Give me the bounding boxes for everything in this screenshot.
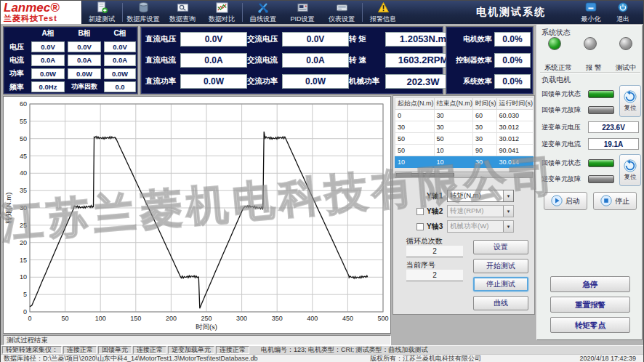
start-test-button[interactable]: 开始测试 bbox=[473, 259, 528, 273]
scrollbar-thumb[interactable] bbox=[396, 173, 454, 177]
inverter-voltage-value: 223.6V bbox=[588, 121, 639, 133]
test-status-strip: 测试过程结束 bbox=[3, 335, 391, 345]
stop-test-button[interactable]: 停止测试 bbox=[473, 277, 528, 291]
steps-table-row[interactable]: 50109090.041 bbox=[395, 145, 534, 156]
axis-combo[interactable]: 转速(RPM)▼ bbox=[447, 205, 514, 217]
axis-selector-row: Y轴3机械功率(W)▼ bbox=[399, 220, 531, 233]
steps-col-header[interactable]: 时间(s) bbox=[473, 98, 497, 110]
axis-checkbox[interactable] bbox=[416, 208, 424, 215]
steps-cell: 30.014 bbox=[496, 156, 534, 168]
toolbar-new-test[interactable]: 新建测试 bbox=[82, 1, 121, 24]
reset-button-2[interactable]: 复位 bbox=[619, 154, 641, 186]
efficiency-value: 0.0% bbox=[494, 74, 531, 89]
steps-table-row[interactable]: 30303030.012 bbox=[395, 121, 534, 133]
steps-table-hscrollbar[interactable] bbox=[395, 172, 533, 178]
stop-icon bbox=[600, 195, 612, 208]
start-button[interactable]: 启动 bbox=[544, 192, 587, 210]
steps-cell: 30 bbox=[434, 110, 473, 121]
svg-text:200: 200 bbox=[166, 315, 177, 322]
y-axis-label: 转矩(N.m) bbox=[4, 193, 12, 224]
steps-table-row[interactable]: 50503030.012 bbox=[395, 133, 534, 145]
measure-label: 机械功率 bbox=[349, 76, 385, 87]
steps-col-header[interactable]: 起始点(N.m) bbox=[395, 98, 435, 110]
status-segment: 转矩转速采集仪： bbox=[2, 346, 62, 354]
axis-combo[interactable]: 机械功率(W)▼ bbox=[447, 220, 514, 233]
toolbar-db-settings[interactable]: 数据库设置 bbox=[124, 1, 163, 24]
test-steps-table[interactable]: 起始点(N.m)结束点(N.m)时间(s)运行时间(s) 0306060.030… bbox=[395, 97, 534, 168]
chevron-down-icon[interactable]: ▼ bbox=[503, 190, 513, 201]
chevron-down-icon[interactable]: ▼ bbox=[503, 221, 513, 232]
steps-cell: 90 bbox=[473, 145, 497, 156]
cycle-total-label: 循环总次数 bbox=[406, 236, 443, 246]
set-button[interactable]: 设置 bbox=[473, 240, 528, 254]
toolbar-meter-settings[interactable]: 仪表设置 bbox=[322, 1, 361, 24]
cycle-total-value[interactable]: 2 bbox=[406, 246, 463, 257]
axis-selector-row: Y轴2转速(RPM)▼ bbox=[399, 204, 531, 218]
power-row-label: 功率 bbox=[4, 67, 30, 80]
status-led-1 bbox=[584, 37, 597, 50]
axis-combo[interactable]: 转矩(N.m)▼ bbox=[447, 190, 514, 202]
warning-icon bbox=[377, 1, 390, 14]
toolbar-data-query[interactable]: 数据查询 bbox=[163, 1, 202, 24]
steps-table-row[interactable]: 10103030.014 bbox=[395, 156, 534, 168]
axis-combo-value: 机械功率(W) bbox=[450, 222, 488, 231]
mech-row: 转 矩1.2053N.m bbox=[349, 30, 461, 48]
steps-cell: 30.012 bbox=[496, 121, 534, 133]
curve-button[interactable]: 曲线 bbox=[473, 296, 528, 310]
power-factor-value: 0.0 bbox=[104, 81, 136, 92]
steps-cell: 30.012 bbox=[496, 133, 534, 145]
svg-text:250: 250 bbox=[201, 315, 212, 322]
svg-text:60: 60 bbox=[20, 100, 27, 108]
phase-corner bbox=[4, 27, 30, 40]
svg-text:35: 35 bbox=[20, 187, 27, 194]
torque-zero-button[interactable]: 转矩零点 bbox=[550, 317, 630, 333]
toolbar-separator bbox=[122, 3, 123, 22]
frequency-value: 0.0Hz bbox=[31, 81, 65, 92]
current-index-value[interactable]: 2 bbox=[406, 270, 463, 281]
reset-button-label: 复位 bbox=[624, 104, 637, 113]
play-icon bbox=[551, 195, 563, 208]
ac-group: 交流电压0.0V交流电流0.0A交流功率0.0W bbox=[247, 30, 349, 91]
steps-cell: 60 bbox=[473, 110, 497, 121]
exit-button[interactable]: 退出 bbox=[607, 1, 639, 24]
efficiency-value: 0.0% bbox=[494, 32, 531, 47]
power-c-value: 0.0W bbox=[104, 68, 136, 79]
steps-col-header[interactable]: 运行时间(s) bbox=[496, 98, 534, 110]
lanmec-logo: Lanmec® 兰菱科技Test bbox=[1, 1, 82, 24]
toolbar-alarm-info[interactable]: 报警信息 bbox=[363, 1, 403, 24]
steps-table-row[interactable]: 0306060.030 bbox=[395, 110, 534, 121]
minimize-button[interactable]: 最小化 bbox=[575, 1, 607, 24]
axis-checkbox[interactable] bbox=[416, 223, 424, 230]
axis-label: Y轴1 bbox=[427, 191, 447, 201]
reset-alarm-button[interactable]: 重置报警 bbox=[550, 297, 630, 313]
axis-combo-value: 转矩(N.m) bbox=[450, 191, 481, 201]
steps-col-header[interactable]: 结束点(N.m) bbox=[434, 98, 473, 110]
measure-label: 转 矩 bbox=[349, 34, 385, 44]
measure-value: 0.0V bbox=[282, 32, 349, 47]
status-segment: 逆变加载单元 bbox=[168, 346, 214, 354]
status-segment: 连接正常 bbox=[63, 346, 97, 354]
estop-button[interactable]: 急停 bbox=[550, 276, 630, 292]
efficiency-label: 电机效率 bbox=[448, 34, 492, 44]
power-b-value: 0.0W bbox=[68, 68, 101, 79]
motor-test-window: Lanmec® 兰菱科技Test 新建测试数据库设置数据查询数据对比曲线设置PI… bbox=[0, 0, 644, 362]
chevron-down-icon[interactable]: ▼ bbox=[503, 206, 513, 217]
steps-cell: 10 bbox=[434, 156, 473, 168]
instrument-icon bbox=[297, 1, 309, 14]
reset-arrows-icon bbox=[624, 90, 637, 103]
power-icon bbox=[617, 1, 629, 14]
steps-cell: 30 bbox=[473, 133, 497, 145]
current-index-label: 当前序号 bbox=[406, 260, 435, 270]
steps-cell: 30 bbox=[434, 121, 473, 133]
ac-row: 交流电流0.0A bbox=[247, 51, 349, 69]
toolbar-curve-settings[interactable]: 曲线设置 bbox=[243, 1, 283, 24]
reset-button-1[interactable]: 复位 bbox=[619, 85, 641, 117]
dc-row: 直流电压0.0V bbox=[145, 30, 247, 48]
toolbar-pid-settings[interactable]: PID设置 bbox=[283, 1, 322, 24]
minimize-icon bbox=[585, 1, 597, 14]
stop-button[interactable]: 停止 bbox=[593, 192, 637, 210]
toolbar-data-compare[interactable]: 数据对比 bbox=[202, 1, 241, 24]
svg-text:300: 300 bbox=[236, 315, 247, 322]
status-segment: 连接正常 bbox=[216, 346, 249, 354]
steps-cell: 90.041 bbox=[496, 145, 534, 156]
